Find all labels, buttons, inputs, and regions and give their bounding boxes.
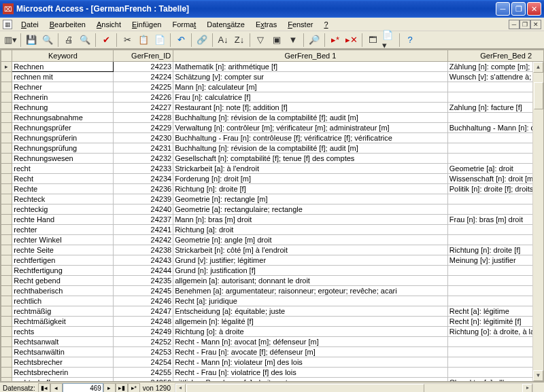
table-row[interactable]: Rechtfertigung24244Grund [n]: justificat… bbox=[1, 266, 545, 276]
row-selector[interactable] bbox=[1, 286, 12, 296]
row-selector[interactable] bbox=[1, 378, 12, 382]
cell-id[interactable]: 24229 bbox=[114, 123, 173, 133]
cell-keyword[interactable]: rechtmäßig bbox=[12, 306, 114, 317]
row-selector[interactable] bbox=[1, 347, 12, 357]
cell-bed1[interactable]: Strickarbeit [a]: à l'endroit bbox=[173, 164, 448, 174]
scroll-up-button[interactable]: ▲ bbox=[533, 62, 543, 73]
cell-bed2[interactable] bbox=[447, 296, 544, 306]
delete-record-button[interactable]: ▸✕ bbox=[344, 33, 359, 48]
spellcheck-button[interactable]: ✔ bbox=[99, 33, 114, 48]
cell-id[interactable]: 24236 bbox=[114, 184, 173, 194]
row-selector[interactable] bbox=[1, 235, 12, 245]
table-row[interactable]: rechte Hand24237Mann [n]: bras [m] droit… bbox=[1, 215, 545, 225]
cell-id[interactable]: 24234 bbox=[114, 174, 173, 184]
table-row[interactable]: Rechnungsprüferin24230Buchhaltung - Frau… bbox=[1, 133, 545, 143]
col-bed1[interactable]: GerFren_Bed 1 bbox=[173, 50, 448, 62]
cell-keyword[interactable]: Rechnungsabnahme bbox=[12, 113, 114, 123]
mdi-minimize-button[interactable]: ─ bbox=[509, 20, 520, 29]
cell-id[interactable]: 24253 bbox=[114, 347, 173, 357]
vertical-scrollbar[interactable]: ▲ ▼ bbox=[532, 62, 543, 381]
cell-bed1[interactable]: Strickarbeit [n]: côté [m] à l'endroit bbox=[173, 245, 448, 255]
cell-id[interactable]: 24244 bbox=[114, 266, 173, 276]
cell-bed1[interactable]: Forderung [n]: droit [m] bbox=[173, 174, 448, 184]
cell-keyword[interactable]: Rechnungswesen bbox=[12, 154, 114, 164]
cell-bed1[interactable]: Buchhaltung - Frau [n]: contrôleuse [f];… bbox=[173, 133, 448, 143]
cell-bed1[interactable]: Grund [v]: justifier; légitimer bbox=[173, 255, 448, 266]
row-selector[interactable] bbox=[1, 215, 12, 225]
cell-bed1[interactable]: Frau [n]: calculatrice [f] bbox=[173, 92, 448, 103]
row-selector[interactable] bbox=[1, 184, 12, 194]
table-row[interactable]: Rechnungsprüfer24229Verwaltung [n]: cont… bbox=[1, 123, 545, 133]
nav-last-button[interactable]: ▸▮ bbox=[116, 383, 128, 393]
cell-bed2[interactable]: Recht [a]: légitime bbox=[447, 306, 544, 317]
maximize-button[interactable]: ❐ bbox=[511, 2, 526, 16]
col-bed2[interactable]: GerFren_Bed 2 bbox=[447, 50, 544, 62]
table-row[interactable]: ▸24223Mathematik [n]: arithmétique [f]Zä… bbox=[1, 62, 545, 72]
cell-keyword[interactable]: recht bbox=[12, 164, 114, 174]
cell-keyword[interactable]: Recht gebend bbox=[12, 276, 114, 286]
row-selector[interactable] bbox=[1, 103, 12, 113]
cell-id[interactable]: 24256 bbox=[114, 378, 173, 382]
row-selector[interactable] bbox=[1, 154, 12, 164]
table-row[interactable]: rechte Seite24238Strickarbeit [n]: côté … bbox=[1, 245, 545, 255]
cell-bed1[interactable]: Mathematik [n]: arithmétique [f] bbox=[173, 62, 448, 72]
cell-bed2[interactable]: Politik [n]: droite [f]; droits [mp bbox=[447, 184, 544, 194]
cell-keyword[interactable]: rechtschaffen bbox=[12, 378, 114, 382]
cell-bed1[interactable]: Richtung [o]: à droite bbox=[173, 327, 448, 337]
cell-bed1[interactable]: Recht - Mann [n]: violateur [m] des lois bbox=[173, 357, 448, 368]
cut-button[interactable]: ✂ bbox=[120, 33, 135, 48]
table-row[interactable]: Rechtsanwältin24253Recht - Frau [n]: avo… bbox=[1, 347, 545, 357]
cell-bed2[interactable] bbox=[447, 276, 544, 286]
cell-id[interactable]: 24243 bbox=[114, 255, 173, 266]
cell-bed2[interactable] bbox=[447, 113, 544, 123]
row-selector[interactable] bbox=[1, 194, 12, 204]
cell-bed2[interactable] bbox=[447, 266, 544, 276]
cell-keyword[interactable]: rechter bbox=[12, 225, 114, 235]
hscroll-thumb[interactable] bbox=[186, 384, 424, 393]
table-row[interactable]: Rechtsbrecherin24255Recht - Frau [n]: vi… bbox=[1, 368, 545, 378]
cell-bed1[interactable]: Gesellschaft [n]: comptabilité [f]; tenu… bbox=[173, 154, 448, 164]
cell-bed2[interactable] bbox=[447, 143, 544, 154]
cell-bed1[interactable]: Buchhaltung [n]: révision de la comptabi… bbox=[173, 113, 448, 123]
apply-filter-button[interactable]: ▼ bbox=[286, 33, 301, 48]
cell-bed2[interactable] bbox=[447, 154, 544, 164]
menu-insert[interactable]: Einfügen bbox=[127, 19, 166, 30]
nav-new-button[interactable]: ▸* bbox=[128, 383, 140, 393]
cell-keyword[interactable]: Recht bbox=[12, 174, 114, 184]
view-button[interactable]: ▥▾ bbox=[3, 33, 18, 48]
table-row[interactable]: Recht gebend24235allgemein [a]: autorisa… bbox=[1, 276, 545, 286]
cell-bed1[interactable]: Geometrie [a]: rectangulaire; rectangle bbox=[173, 204, 448, 215]
cell-id[interactable]: 24241 bbox=[114, 225, 173, 235]
row-selector[interactable] bbox=[1, 123, 12, 133]
row-selector[interactable] bbox=[1, 255, 12, 266]
row-selector[interactable] bbox=[1, 245, 12, 255]
cell-bed2[interactable] bbox=[447, 225, 544, 235]
menu-file[interactable]: Datei bbox=[16, 19, 44, 30]
cell-id[interactable]: 24235 bbox=[114, 276, 173, 286]
menu-records[interactable]: Datensätze bbox=[202, 19, 250, 30]
cell-keyword[interactable]: Rechtsbrecherin bbox=[12, 368, 114, 378]
table-row[interactable]: rechts24249Richtung [o]: à droiteRichtun… bbox=[1, 327, 545, 337]
table-row[interactable]: rechteckig24240Geometrie [a]: rectangula… bbox=[1, 204, 545, 215]
cell-keyword[interactable]: rechteckig bbox=[12, 204, 114, 215]
sort-desc-button[interactable]: Z↓ bbox=[232, 33, 247, 48]
cell-id[interactable]: 24230 bbox=[114, 133, 173, 143]
cell-keyword[interactable]: rechte Seite bbox=[12, 245, 114, 255]
cell-id[interactable]: 24226 bbox=[114, 92, 173, 103]
cell-id[interactable]: 24239 bbox=[114, 194, 173, 204]
cell-bed2[interactable]: Richtung [o]: à droite, à la droi bbox=[447, 327, 544, 337]
mdi-restore-button[interactable]: ❐ bbox=[520, 20, 530, 29]
menu-extras[interactable]: Extras bbox=[251, 19, 282, 30]
cell-id[interactable]: 24242 bbox=[114, 235, 173, 245]
cell-bed2[interactable]: Zählung [n]: compte [m]; déno bbox=[447, 62, 544, 72]
table-row[interactable]: Rechner24225Mann [n]: calculateur [m] bbox=[1, 82, 545, 92]
cell-keyword[interactable]: Rechte bbox=[12, 184, 114, 194]
new-record-button[interactable]: ▸* bbox=[328, 33, 343, 48]
cell-keyword[interactable]: rechte Hand bbox=[12, 215, 114, 225]
row-selector[interactable] bbox=[1, 82, 12, 92]
row-selector[interactable] bbox=[1, 317, 12, 327]
cell-bed2[interactable]: Geometrie [a]: droit bbox=[447, 164, 544, 174]
row-selector[interactable] bbox=[1, 225, 12, 235]
menu-help[interactable]: ? bbox=[319, 19, 333, 30]
cell-keyword[interactable]: rechtlich bbox=[12, 296, 114, 306]
